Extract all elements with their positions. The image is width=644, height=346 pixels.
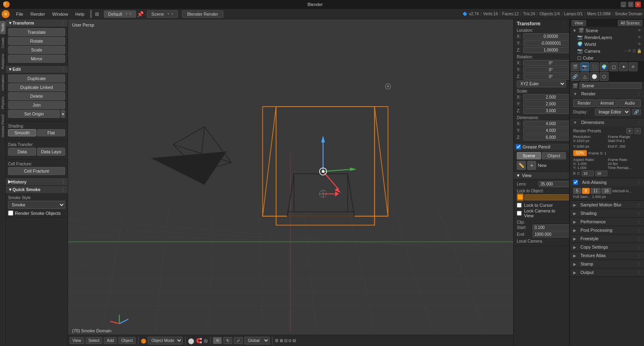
motion-blur-header[interactable]: ▶ Sampled Motion Blur ⋮ xyxy=(570,201,644,209)
add-button[interactable]: Add xyxy=(104,337,117,344)
world-props-icon[interactable]: 🌍 xyxy=(600,62,609,71)
plus-scene-icon[interactable]: + xyxy=(167,12,169,16)
proportional-icon[interactable]: ◎ xyxy=(204,338,208,344)
constraints-props-icon[interactable]: 🔗 xyxy=(571,72,580,81)
camera-lock-icon[interactable]: 🔒 xyxy=(637,49,642,53)
performance-header[interactable]: ▶ Performance ⋮ xyxy=(570,218,644,226)
close-workspace-icon[interactable]: × xyxy=(129,12,132,16)
grease-pencil-header[interactable]: Grease Pencil ⋮ xyxy=(514,143,569,150)
camera-item[interactable]: 📷 Camera ○ 👁 ☰ 🔒 xyxy=(575,47,644,54)
copy-settings-header[interactable]: ▶ Copy Settings ⋮ xyxy=(570,243,644,251)
sphere-icon[interactable]: ⬤ xyxy=(141,338,146,344)
camera-render-icon[interactable]: ☰ xyxy=(632,49,636,53)
close-button[interactable]: × xyxy=(635,2,641,7)
maximize-button[interactable]: □ xyxy=(628,2,634,7)
lock-cursor-checkbox[interactable] xyxy=(517,203,522,208)
gp-scene-tab[interactable]: Scene xyxy=(517,152,541,159)
scale-btn[interactable]: ⤢ xyxy=(234,337,243,344)
aa-16-btn[interactable]: 16 xyxy=(601,188,611,194)
tab-grease-pencil[interactable]: Grease Pencil xyxy=(0,112,6,140)
shading-render-header[interactable]: ▶ Shading ⋮ xyxy=(570,209,644,217)
grease-pencil-checkbox[interactable] xyxy=(516,144,521,149)
display-select[interactable]: Image Editor xyxy=(595,109,630,115)
aa-checkbox[interactable] xyxy=(573,180,578,185)
clip-end-input[interactable] xyxy=(533,231,570,237)
tab-create[interactable]: Create xyxy=(0,35,6,51)
flat-button[interactable]: Flat xyxy=(37,129,65,136)
remove-preset-btn[interactable]: − xyxy=(634,128,641,134)
edit-header[interactable]: ▼ Edit ⋮ xyxy=(6,66,68,73)
material-props-icon[interactable]: ⚪ xyxy=(590,72,599,81)
gp-add-icon[interactable]: + xyxy=(527,161,536,170)
renderlayers-item[interactable]: 📷 RenderLayers 👁 xyxy=(575,34,644,41)
cube-item[interactable]: ▢ Cube xyxy=(575,54,644,61)
location-z-input[interactable] xyxy=(523,47,570,53)
smooth-button[interactable]: Smooth xyxy=(8,129,36,136)
rotation-x-input[interactable] xyxy=(523,60,570,66)
percent-btn[interactable]: 50% xyxy=(573,150,587,156)
aa-5-btn[interactable]: 5 xyxy=(573,188,581,194)
search-outliner-btn[interactable]: All Scenes xyxy=(618,20,642,26)
pin-icon[interactable]: 📌 xyxy=(137,11,144,17)
layers-props-icon[interactable]: ⬛ xyxy=(590,62,599,71)
rotation-y-input[interactable] xyxy=(523,67,570,73)
select-button[interactable]: Select xyxy=(86,337,103,344)
audio-action-btn[interactable]: Audio xyxy=(619,99,641,107)
view-button[interactable]: View xyxy=(70,337,84,344)
tab-tools[interactable]: Tools xyxy=(0,21,6,34)
close-scene-icon[interactable]: × xyxy=(171,12,173,16)
location-y-input[interactable] xyxy=(523,40,570,46)
transform-header[interactable]: ▼ Transform ⋮ xyxy=(6,19,68,27)
transform-space-select[interactable]: Global Local Normal xyxy=(244,337,270,344)
output-header[interactable]: ▶ Output ⋮ xyxy=(570,268,644,276)
location-x-input[interactable] xyxy=(523,33,570,39)
animation-action-btn[interactable]: Animati xyxy=(596,99,618,107)
object-props-icon[interactable]: ▢ xyxy=(609,62,618,71)
scale-y-input[interactable] xyxy=(523,101,570,107)
cell-fracture-button[interactable]: Cell Fracture xyxy=(8,167,65,175)
smoke-style-select[interactable]: Smoke xyxy=(8,201,65,209)
display-icon-btn[interactable]: 🔗 xyxy=(632,109,641,115)
object-button[interactable]: Object xyxy=(118,337,136,344)
b-input[interactable] xyxy=(582,171,594,176)
mirror-button[interactable]: Mirror xyxy=(8,55,65,63)
dim-x-input[interactable] xyxy=(523,121,570,127)
view-outliner-btn[interactable]: View xyxy=(572,20,586,26)
camera-eye-icon[interactable]: 👁 xyxy=(627,49,632,53)
mode-select[interactable]: Object Mode Edit Mode Sculpt Mode xyxy=(148,337,183,344)
pivot-icon[interactable]: ⬤ xyxy=(188,338,194,344)
scale-x-input[interactable] xyxy=(523,94,570,100)
dim-y-input[interactable] xyxy=(523,128,570,134)
add-preset-btn[interactable]: + xyxy=(626,128,633,134)
scene-tab[interactable]: Scene + × xyxy=(147,10,178,18)
menu-render[interactable]: Render xyxy=(27,10,48,18)
stamp-header[interactable]: ▶ Stamp ⋮ xyxy=(570,260,644,268)
snap-icon[interactable]: 🧲 xyxy=(196,338,202,344)
post-processing-header[interactable]: ▶ Post Processing ⋮ xyxy=(570,226,644,234)
eye-icon[interactable]: 👁 xyxy=(638,28,642,33)
gp-object-tab[interactable]: Object xyxy=(542,152,566,159)
delete-button[interactable]: Delete xyxy=(8,92,65,100)
history-header[interactable]: ▶ History ⋮ xyxy=(6,178,68,185)
menu-window[interactable]: Window xyxy=(49,10,71,18)
view-header[interactable]: ▼ View ⋮ xyxy=(514,172,569,179)
aa-header[interactable]: Anti-Aliasing ⋮ xyxy=(570,178,644,186)
world-eye-icon[interactable]: 👁 xyxy=(638,42,642,46)
scene-item[interactable]: ▼ 🎬 Scene 👁 xyxy=(570,27,644,34)
physics-props-icon[interactable]: ⚛ xyxy=(629,62,638,71)
dimensions-header[interactable]: ▼ Dimensions ⋮ xyxy=(570,118,644,126)
transform-btn[interactable]: ⟲ xyxy=(213,337,222,344)
tab-animation[interactable]: Animation xyxy=(0,72,6,93)
data-props-icon[interactable]: △ xyxy=(580,72,589,81)
aa-8-btn[interactable]: 8 xyxy=(582,188,590,194)
rotate-btn[interactable]: ↻ xyxy=(223,337,232,344)
particles-props-icon[interactable]: ✦ xyxy=(619,62,628,71)
join-button[interactable]: Join xyxy=(8,101,65,109)
minimize-button[interactable]: _ xyxy=(621,2,626,7)
render-engine-tab[interactable]: Blender Render xyxy=(182,10,223,18)
render-smoke-checkbox[interactable] xyxy=(8,210,13,216)
scene-props-icon[interactable]: 🎬 xyxy=(571,62,580,71)
world-item[interactable]: 🌍 World 👁 xyxy=(575,41,644,47)
gp-pencil-icon[interactable]: ✏️ xyxy=(517,161,526,170)
rotation-z-input[interactable] xyxy=(523,74,570,80)
